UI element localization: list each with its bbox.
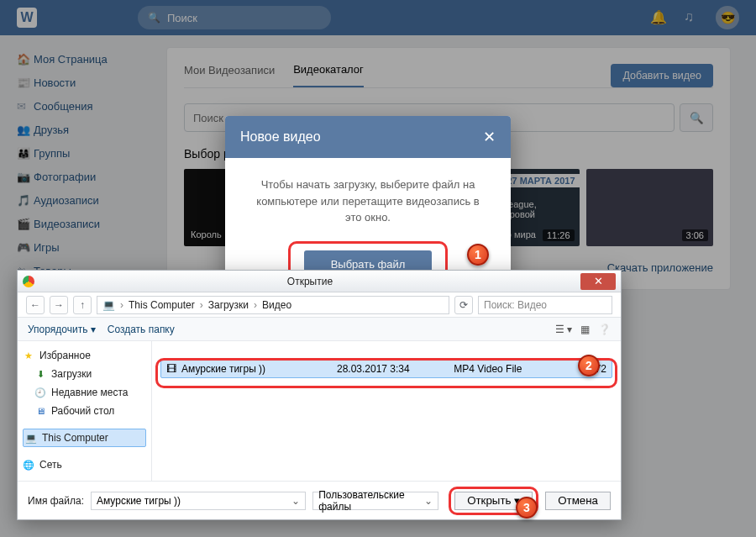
tree-recent[interactable]: 🕘Недавние места xyxy=(23,383,146,402)
music-icon[interactable]: ♫ xyxy=(684,9,701,26)
filetype-value: Пользовательские файлы xyxy=(318,489,424,513)
video-search-button[interactable]: 🔍 xyxy=(680,103,713,132)
file-name: Амурские тигры )) xyxy=(181,363,265,375)
dialog-search[interactable]: Поиск: Видео xyxy=(478,296,612,314)
vk-logo[interactable]: W xyxy=(17,8,37,28)
left-nav: 🏠Моя Страница 📰Новости ✉Сообщения 👥Друзь… xyxy=(17,47,151,282)
organize-button[interactable]: Упорядочить ▾ xyxy=(28,324,96,335)
nav-friends[interactable]: 👥Друзья xyxy=(17,118,151,141)
nav-up-button[interactable]: ↑ xyxy=(73,296,92,314)
path-seg[interactable]: This Computer xyxy=(129,299,195,311)
pc-icon: 💻 xyxy=(102,299,115,311)
tree-network[interactable]: 🌐Сеть xyxy=(23,455,146,474)
thumb-date: 27 МАРТА 2017 xyxy=(502,174,579,187)
dropdown-icon: ⌄ xyxy=(424,495,433,507)
file-type: MP4 Video File xyxy=(449,361,548,376)
list-header xyxy=(160,343,612,360)
thumb-duration: 11:26 xyxy=(543,229,575,241)
tree-label: Избранное xyxy=(39,350,91,361)
annotation-badge-3: 3 xyxy=(516,497,538,519)
chrome-icon xyxy=(23,276,34,287)
desktop-icon: 🖥 xyxy=(34,406,46,416)
view-list-icon[interactable]: ☰ ▾ xyxy=(555,324,572,335)
tree-downloads[interactable]: ⬇Загрузки xyxy=(23,365,146,383)
dialog-title: Открытие xyxy=(39,276,580,287)
tree-label: Недавние места xyxy=(51,387,128,398)
tree-label: Рабочий стол xyxy=(51,405,114,417)
tab-my-videos[interactable]: Мои Видеозаписи xyxy=(184,64,275,87)
modal-header: Новое видео ✕ xyxy=(225,116,511,158)
network-icon: 🌐 xyxy=(23,460,34,471)
global-search[interactable]: 🔍 Поиск xyxy=(138,6,331,29)
path-seg[interactable]: Загрузки xyxy=(208,299,249,311)
nav-games[interactable]: 🎮Игры xyxy=(17,235,151,259)
nav-label: Группы xyxy=(34,147,70,160)
nav-groups[interactable]: 👨‍👩‍👧Группы xyxy=(17,141,151,165)
groups-icon: 👨‍👩‍👧 xyxy=(17,147,34,160)
tree-label: Загрузки xyxy=(51,368,92,380)
video-icon: 🎬 xyxy=(17,218,34,230)
thumb-duration: 3:06 xyxy=(682,229,708,241)
dialog-nav: ← → ↑ 💻 ›This Computer ›Загрузки ›Видео … xyxy=(18,292,621,318)
photos-icon: 📷 xyxy=(17,171,34,183)
modal-text: Чтобы начать загрузку, выберите файл на … xyxy=(249,176,487,226)
help-icon[interactable]: ❔ xyxy=(598,324,611,335)
nav-news[interactable]: 📰Новости xyxy=(17,71,151,94)
home-icon: 🏠 xyxy=(17,53,34,66)
tab-catalog[interactable]: Видеокаталог xyxy=(293,63,364,87)
audio-icon: 🎵 xyxy=(17,194,34,207)
nav-label: Фотографии xyxy=(34,171,96,183)
annotation-badge-2: 2 xyxy=(578,355,600,376)
dialog-toolbar: Упорядочить ▾ Создать папку ☰ ▾ ▦ ❔ xyxy=(18,318,621,341)
nav-forward-button[interactable]: → xyxy=(50,296,68,314)
search-placeholder: Поиск: Видео xyxy=(484,299,547,311)
nav-label: Аудиозаписи xyxy=(34,194,99,207)
nav-label: Игры xyxy=(34,241,60,254)
cancel-button[interactable]: Отмена xyxy=(545,492,611,510)
clock-icon: 🕘 xyxy=(34,387,46,398)
new-folder-button[interactable]: Создать папку xyxy=(108,324,175,335)
dropdown-icon: ⌄ xyxy=(291,495,300,507)
filename-input[interactable]: Амурские тигры ))⌄ xyxy=(91,492,306,510)
path-breadcrumb[interactable]: 💻 ›This Computer ›Загрузки ›Видео xyxy=(97,296,449,314)
dialog-close-button[interactable]: ✕ xyxy=(580,273,616,290)
bell-icon[interactable]: 🔔 xyxy=(650,9,667,26)
nav-label: Моя Страница xyxy=(34,53,108,66)
tree-this-computer[interactable]: 💻This Computer xyxy=(23,429,146,447)
annotation-badge-1: 1 xyxy=(467,244,489,266)
refresh-button[interactable]: ⟳ xyxy=(454,296,473,314)
games-icon: 🎮 xyxy=(17,241,34,254)
nav-label: Сообщения xyxy=(34,100,93,113)
path-seg[interactable]: Видео xyxy=(262,299,291,311)
view-preview-icon[interactable]: ▦ xyxy=(580,324,590,335)
filetype-select[interactable]: Пользовательские файлы⌄ xyxy=(312,492,438,510)
nav-audio[interactable]: 🎵Аудиозаписи xyxy=(17,188,151,212)
tree-favorites[interactable]: ★Избранное xyxy=(23,346,146,365)
nav-video[interactable]: 🎬Видеозаписи xyxy=(17,212,151,235)
nav-messages[interactable]: ✉Сообщения xyxy=(17,94,151,118)
file-row[interactable]: 🎞Амурские тигры )) 28.03.2017 3:34 MP4 V… xyxy=(160,360,612,378)
close-icon[interactable]: ✕ xyxy=(483,128,496,146)
dialog-file-list: 🎞Амурские тигры )) 28.03.2017 3:34 MP4 V… xyxy=(152,341,621,481)
star-icon: ★ xyxy=(23,350,34,361)
tree-desktop[interactable]: 🖥Рабочий стол xyxy=(23,402,146,420)
add-video-button[interactable]: Добавить видео xyxy=(611,64,713,87)
video-thumb[interactable]: 3:06 xyxy=(586,169,714,246)
filename-label: Имя файла: xyxy=(28,495,84,507)
file-date: 28.03.2017 3:34 xyxy=(332,361,449,376)
filename-value: Амурские тигры )) xyxy=(97,495,181,507)
file-open-dialog: Открытие ✕ ← → ↑ 💻 ›This Computer ›Загру… xyxy=(17,270,622,520)
nav-my-page[interactable]: 🏠Моя Страница xyxy=(17,47,151,71)
tree-label: Сеть xyxy=(39,459,62,471)
dialog-tree: ★Избранное ⬇Загрузки 🕘Недавние места 🖥Ра… xyxy=(18,341,152,481)
avatar[interactable]: 😎 xyxy=(716,6,739,29)
nav-label: Новости xyxy=(34,76,76,89)
nav-label: Видеозаписи xyxy=(34,218,100,230)
pc-icon: 💻 xyxy=(25,433,37,444)
nav-photos[interactable]: 📷Фотографии xyxy=(17,165,151,188)
nav-label: Друзья xyxy=(34,124,69,136)
dialog-titlebar: Открытие ✕ xyxy=(18,271,621,292)
messages-icon: ✉ xyxy=(17,100,34,113)
nav-back-button[interactable]: ← xyxy=(26,296,45,314)
friends-icon: 👥 xyxy=(17,124,34,136)
